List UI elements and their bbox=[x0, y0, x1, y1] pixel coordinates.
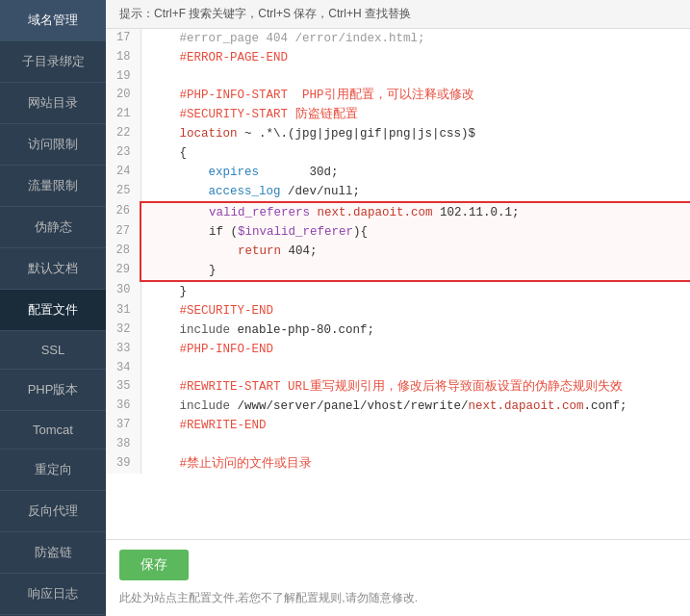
table-row: 33 #PHP-INFO-END bbox=[106, 340, 690, 359]
table-row: 39 #禁止访问的文件或目录 bbox=[106, 454, 690, 474]
table-row: 22 location ~ .*\.(jpg|jpeg|gif|png|js|c… bbox=[106, 124, 690, 143]
sidebar-item-SSL[interactable]: SSL bbox=[0, 331, 106, 370]
main-panel: 提示：Ctrl+F 搜索关键字，Ctrl+S 保存，Ctrl+H 查找替换 17… bbox=[106, 0, 690, 616]
sidebar-item-流量限制[interactable]: 流量限制 bbox=[0, 166, 106, 207]
table-row: 38 bbox=[106, 435, 690, 453]
sidebar-item-Tomcat[interactable]: Tomcat bbox=[0, 411, 106, 449]
table-row: 37 #REWRITE-END bbox=[106, 416, 690, 435]
sidebar: 域名管理子目录绑定网站目录访问限制流量限制伪静态默认文档配置文件SSLPHP版本… bbox=[0, 0, 106, 616]
sidebar-item-网站目录[interactable]: 网站目录 bbox=[0, 83, 106, 124]
table-row: 21 #SECURITY-START 防盗链配置 bbox=[106, 105, 690, 124]
table-row: 25 access_log /dev/null; bbox=[106, 182, 690, 202]
sidebar-item-重定向[interactable]: 重定向 bbox=[0, 449, 106, 491]
table-row: 34 bbox=[106, 359, 690, 377]
sidebar-item-子目录绑定[interactable]: 子目录绑定 bbox=[0, 41, 106, 83]
table-row: 31 #SECURITY-END bbox=[106, 301, 690, 321]
table-row: 28 return 404; bbox=[106, 242, 690, 261]
hint-text: 提示：Ctrl+F 搜索关键字，Ctrl+S 保存，Ctrl+H 查找替换 bbox=[119, 7, 411, 20]
sidebar-item-访问限制[interactable]: 访问限制 bbox=[0, 124, 106, 166]
table-row: 23 { bbox=[106, 143, 690, 163]
table-row: 19 bbox=[106, 67, 690, 86]
sidebar-item-防盗链[interactable]: 防盗链 bbox=[0, 532, 106, 574]
table-row: 30 } bbox=[106, 281, 690, 301]
table-row: 32 include enable-php-80.conf; bbox=[106, 321, 690, 340]
table-row: 36 include /www/server/panel/vhost/rewri… bbox=[106, 397, 690, 416]
table-row: 26 valid_referers next.dapaoit.com 102.1… bbox=[106, 202, 690, 222]
sidebar-item-响应日志[interactable]: 响应日志 bbox=[0, 574, 106, 615]
sidebar-item-默认文档[interactable]: 默认文档 bbox=[0, 248, 106, 290]
footer-area: 保存 此处为站点主配置文件,若您不了解配置规则,请勿随意修改. bbox=[106, 539, 690, 616]
table-row: 17 #error_page 404 /error/index.html; bbox=[106, 29, 690, 48]
hint-bar: 提示：Ctrl+F 搜索关键字，Ctrl+S 保存，Ctrl+H 查找替换 bbox=[106, 0, 690, 29]
sidebar-item-伪静态[interactable]: 伪静态 bbox=[0, 207, 106, 248]
footer-note: 此处为站点主配置文件,若您不了解配置规则,请勿随意修改. bbox=[119, 590, 677, 606]
table-row: 29 } bbox=[106, 261, 690, 281]
table-row: 27 if ($invalid_referer){ bbox=[106, 222, 690, 242]
save-button[interactable]: 保存 bbox=[119, 550, 189, 580]
table-row: 24 expires 30d; bbox=[106, 163, 690, 182]
sidebar-item-域名管理[interactable]: 域名管理 bbox=[0, 0, 106, 41]
table-row: 20 #PHP-INFO-START PHP引用配置，可以注释或修改 bbox=[106, 86, 690, 105]
sidebar-item-反向代理[interactable]: 反向代理 bbox=[0, 491, 106, 532]
code-editor[interactable]: 17 #error_page 404 /error/index.html;18 … bbox=[106, 29, 690, 539]
sidebar-item-配置文件[interactable]: 配置文件 bbox=[0, 290, 106, 331]
table-row: 35 #REWRITE-START URL重写规则引用，修改后将导致面板设置的伪… bbox=[106, 377, 690, 397]
code-table: 17 #error_page 404 /error/index.html;18 … bbox=[106, 29, 690, 474]
sidebar-item-PHP版本[interactable]: PHP版本 bbox=[0, 370, 106, 411]
table-row: 18 #ERROR-PAGE-END bbox=[106, 48, 690, 67]
